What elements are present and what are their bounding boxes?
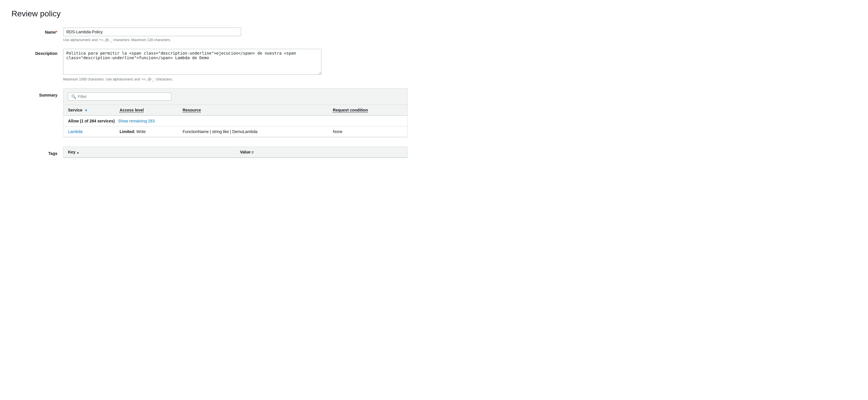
request-condition-cell: None (329, 126, 407, 137)
filter-input[interactable] (78, 94, 168, 99)
lambda-service-link[interactable]: Lambda (68, 129, 83, 134)
tags-label: Tags (11, 147, 63, 156)
name-input[interactable] (63, 28, 241, 36)
description-field-content: Politica para permitir la <span class="d… (63, 49, 321, 81)
service-sort-icon: ▼ (85, 109, 88, 112)
access-limited-label: Limited: (120, 129, 135, 134)
summary-filter-row: 🔍 (63, 88, 407, 105)
name-hint: Use alphanumeric and '+=,.@-_' character… (63, 38, 321, 42)
tags-row: Tags Key Value (11, 147, 857, 158)
summary-table-header: Service ▼ Access level Resource Request … (63, 105, 407, 116)
summary-section: 🔍 Service ▼ Access level (63, 88, 408, 137)
description-hint: Maximum 1000 characters. Use alphanumeri… (63, 77, 321, 81)
tags-content: Key Value (63, 147, 408, 158)
access-level-cell: Limited: Write (115, 126, 178, 137)
allow-cell: Allow (1 of 284 services) Show remaining… (63, 116, 407, 126)
description-label: Description (11, 49, 63, 56)
service-cell: Lambda (63, 126, 115, 137)
page-title: Review policy (11, 9, 857, 19)
col-key[interactable]: Key (63, 147, 236, 158)
description-textarea[interactable]: Politica para permitir la <span class="d… (63, 49, 321, 75)
col-resource[interactable]: Resource (178, 105, 328, 116)
spacer (11, 137, 857, 147)
summary-label: Summary (11, 88, 63, 97)
search-icon: 🔍 (71, 94, 76, 99)
access-level-text: Write (135, 129, 146, 134)
tags-section: Key Value (63, 147, 408, 158)
col-access-level[interactable]: Access level (115, 105, 178, 116)
summary-row: Summary 🔍 Service ▼ (11, 88, 857, 137)
tags-table-header: Key Value (63, 147, 407, 158)
allow-row: Allow (1 of 284 services) Show remaining… (63, 116, 407, 126)
allow-text: Allow (1 of 284 services) (68, 119, 115, 123)
table-row: Lambda Limited: Write FunctionName | str… (63, 126, 407, 137)
summary-content: 🔍 Service ▼ Access level (63, 88, 408, 137)
show-remaining-link[interactable]: Show remaining 283 (118, 119, 155, 123)
summary-table: Service ▼ Access level Resource Request … (63, 105, 407, 137)
col-request-condition[interactable]: Request condition (329, 105, 407, 116)
col-service[interactable]: Service ▼ (63, 105, 115, 116)
resource-cell: FunctionName | string like | DemoLambda (178, 126, 328, 137)
description-field-row: Description Politica para permitir la <s… (11, 49, 857, 81)
name-label: Name* (11, 28, 63, 34)
tags-table: Key Value (63, 147, 407, 158)
filter-wrapper: 🔍 (68, 92, 172, 101)
col-value[interactable]: Value (236, 147, 407, 158)
name-field-row: Name* Use alphanumeric and '+=,.@-_' cha… (11, 28, 857, 42)
name-field-content: Use alphanumeric and '+=,.@-_' character… (63, 28, 321, 42)
